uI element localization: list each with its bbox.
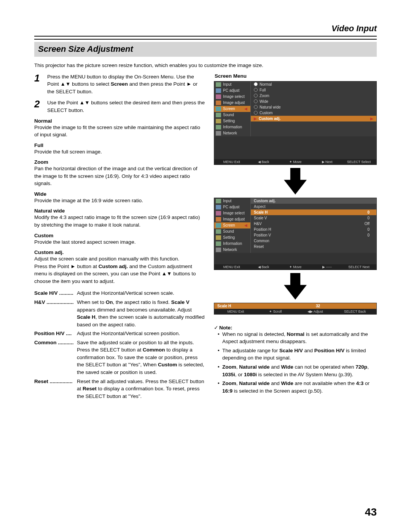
mode-desc: Pan the horizontal direction of the imag… [34,165,206,187]
divider [34,36,377,40]
osd-screenshot-2: InputPC adjustImage selectImage adjustSc… [214,198,377,270]
definition-row: H&V ................... When set to On, … [34,299,206,328]
mode-heading: Custom [34,233,206,238]
step: 1Press the MENU button to display the On… [34,73,206,96]
definition-row: Scale H/V .......... Adjust the Horizont… [34,289,206,297]
osd-screenshot-3: Scale H32 MENU Exit✦ Scroll◀▶ AdjustSELE… [214,303,377,315]
note-item: •The adjustable range for Scale H/V and … [218,347,377,362]
page-header: Video Input [34,24,377,33]
mode-desc: Provide the full screen image. [34,148,206,156]
screen-menu-header: Screen Menu [215,73,377,79]
step: 2Use the Point ▲▼ buttons select the des… [34,99,206,114]
intro-text: This projector has the picture screen re… [34,62,377,69]
note-item: •When no signal is detected, Normal is s… [218,331,377,345]
mode-heading: Zoom [34,159,206,165]
mode-heading: Natural wide [34,208,206,214]
mode-heading: Wide [34,191,206,197]
note-header: ✓Note: [214,324,377,331]
mode-desc: Provide the image to fit the screen size… [34,124,206,139]
mode-heading: Custom adj. [34,249,206,255]
note-item: •Zoom, Natural wide and Wide can not be … [218,363,377,378]
arrow-down-icon [284,273,307,300]
mode-heading: Normal [34,118,206,124]
section-title: Screen Size Adjustment [34,42,377,57]
definition-row: Reset ................ Reset the all adj… [34,378,206,400]
osd-screenshot-1: InputPC adjustImage selectImage adjustSc… [214,81,377,165]
arrow-down-icon [284,168,307,195]
note-item: •Zoom, Natural wide and Wide are not ava… [218,380,377,395]
mode-heading: Full [34,142,206,148]
mode-desc: Provide the last stored aspect screen im… [34,238,206,246]
mode-desc: Provide the image at the 16:9 wide scree… [34,197,206,204]
mode-desc: Adjust the screen scale and position man… [34,255,206,285]
page-number: 43 [365,506,377,518]
definition-row: Common ........... Save the adjusted sca… [34,339,206,376]
mode-desc: Modify the 4:3 aspect ratio image to fit… [34,214,206,228]
definition-row: Position H/V .... Adjust the Horizontal/… [34,330,206,337]
